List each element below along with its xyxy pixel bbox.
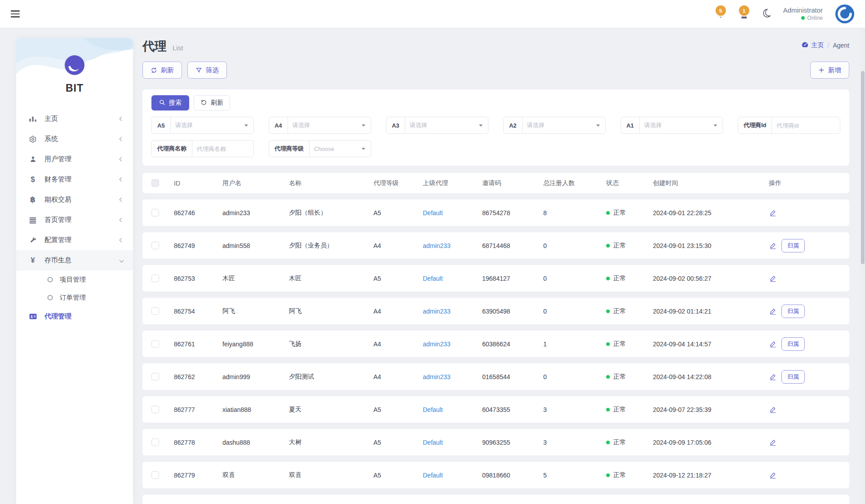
parent-agent-link[interactable]: Default	[423, 209, 482, 217]
sidebar-item-系统[interactable]: 系统	[16, 129, 133, 149]
sidebar-item-首页管理[interactable]: 首页管理	[16, 210, 133, 230]
agent-name-group: 代理商名称	[151, 140, 254, 157]
table-row: 862778dashu888大树A5Default909632553正常2024…	[142, 429, 849, 455]
edit-pencil-button[interactable]	[769, 242, 777, 250]
belong-button[interactable]: 归属	[781, 239, 805, 252]
parent-agent-link[interactable]: Default	[423, 275, 482, 282]
refresh-button[interactable]: 刷新	[142, 62, 182, 79]
edit-pencil-button[interactable]	[769, 438, 777, 447]
belong-button[interactable]: 归属	[781, 337, 805, 351]
edit-pencil-button[interactable]	[769, 340, 777, 348]
select-all-checkbox[interactable]	[151, 179, 159, 187]
edit-pencil-button[interactable]	[769, 406, 777, 414]
username-cell: xiatian888	[222, 406, 289, 413]
scrollbar-thumb[interactable]	[861, 71, 865, 264]
edit-pencil-button[interactable]	[769, 307, 777, 315]
sidebar-item-配置管理[interactable]: 配置管理	[16, 230, 133, 250]
edit-pencil-button[interactable]	[769, 209, 777, 217]
edit-pencil-button[interactable]	[769, 471, 777, 479]
invite-code-cell: 19684127	[482, 275, 543, 282]
search-button[interactable]: 搜索	[151, 95, 189, 111]
row-checkbox[interactable]	[151, 274, 159, 282]
reset-button[interactable]: 刷新	[194, 95, 230, 111]
actions-cell	[769, 438, 840, 447]
dark-mode-toggle[interactable]	[762, 8, 772, 20]
invite-code-cell: 60473355	[482, 406, 543, 413]
filter-a1-select[interactable]: 请选择	[640, 121, 714, 129]
agent-name-input[interactable]	[192, 146, 253, 152]
filter-a3-select[interactable]: 请选择	[405, 121, 479, 129]
edit-pencil-button[interactable]	[769, 373, 777, 381]
notifications-bell-button[interactable]: 5	[715, 6, 727, 22]
brand-logo-icon	[64, 54, 85, 78]
parent-agent-link[interactable]: admin233	[423, 373, 482, 380]
agent-id-input[interactable]	[772, 122, 839, 129]
row-checkbox[interactable]	[151, 340, 159, 348]
user-status: Online	[807, 15, 823, 22]
add-button[interactable]: 新增	[810, 62, 849, 79]
sidebar-item-用户管理[interactable]: 用户管理	[16, 149, 133, 169]
agent-level-select[interactable]: Choose	[310, 146, 362, 152]
dollar-icon: $	[28, 175, 38, 184]
sidebar-item-label: 首页管理	[44, 216, 120, 224]
row-checkbox[interactable]	[151, 307, 159, 315]
status-badge: 正常	[606, 242, 653, 250]
row-checkbox[interactable]	[151, 406, 159, 413]
page-scrollbar[interactable]	[860, 28, 865, 504]
edit-pencil-button[interactable]	[769, 274, 777, 283]
reset-button-label: 刷新	[211, 99, 223, 107]
filter-a5-select[interactable]: 请选择	[171, 121, 244, 129]
parent-agent-link[interactable]: admin233	[423, 340, 482, 348]
status-dot	[606, 309, 610, 313]
user-name: Administrator	[783, 6, 823, 15]
parent-agent-link[interactable]: admin233	[423, 308, 482, 315]
column-header: 状态	[606, 179, 653, 187]
sidebar-item-期权交易[interactable]: ฿期权交易	[16, 190, 133, 210]
circle-icon	[46, 277, 54, 283]
sidebar-item-项目管理[interactable]: 项目管理	[16, 270, 133, 288]
row-checkbox[interactable]	[151, 209, 159, 217]
row-checkbox[interactable]	[151, 373, 159, 380]
level-cell: A5	[373, 275, 423, 282]
parent-agent-link[interactable]: Default	[423, 406, 482, 413]
breadcrumb-home-label: 主页	[812, 41, 824, 49]
invite-code-cell: 90963255	[482, 439, 543, 446]
avatar[interactable]	[834, 4, 855, 24]
status-label: 正常	[613, 340, 626, 348]
actions-cell: 归属	[769, 337, 840, 351]
sidebar-item-主页[interactable]: 主页	[16, 109, 133, 129]
created-at-cell: 2024-09-01 23:15:30	[653, 242, 769, 249]
user-meta: Administrator Online	[783, 6, 823, 22]
sidebar-item-代理管理[interactable]: 代理管理	[16, 306, 133, 327]
invite-code-cell: 09818660	[482, 472, 543, 479]
agent-id-cell: 862777	[174, 406, 222, 413]
table-row: 862779双喜双喜A5Default098186605正常2024-09-12…	[142, 462, 849, 488]
row-checkbox[interactable]	[151, 471, 159, 479]
sidebar-item-订单管理[interactable]: 订单管理	[16, 288, 133, 306]
refresh-button-label: 刷新	[161, 66, 174, 75]
parent-agent-link[interactable]: Default	[423, 472, 482, 479]
hamburger-menu-icon[interactable]	[11, 9, 22, 19]
breadcrumb-home-link[interactable]: 主页	[801, 41, 824, 50]
status-badge: 正常	[606, 438, 653, 447]
total-registered-cell: 0	[543, 242, 606, 249]
sidebar-item-存币生息[interactable]: ¥存币生息	[16, 250, 133, 270]
level-cell: A5	[373, 439, 423, 446]
filter-a2-select[interactable]: 请选择	[523, 121, 596, 129]
filter-button[interactable]: 筛选	[187, 62, 227, 79]
filter-a4-select[interactable]: 请选择	[288, 121, 362, 129]
user-notifications-button[interactable]: 1	[738, 6, 750, 22]
sidebar-item-财务管理[interactable]: $财务管理	[16, 169, 133, 190]
row-checkbox[interactable]	[151, 242, 159, 249]
moon-icon	[762, 8, 772, 20]
sidebar-item-label: 订单管理	[60, 293, 86, 302]
parent-agent-link[interactable]: Default	[423, 439, 482, 446]
circle-icon	[46, 295, 54, 301]
caret-down-icon	[596, 124, 600, 127]
row-checkbox[interactable]	[151, 438, 159, 446]
agent-level-label: 代理商等级	[269, 141, 310, 157]
name-cell: 双喜	[289, 471, 373, 479]
belong-button[interactable]: 归属	[781, 370, 805, 384]
belong-button[interactable]: 归属	[781, 305, 805, 318]
parent-agent-link[interactable]: admin233	[423, 242, 482, 249]
